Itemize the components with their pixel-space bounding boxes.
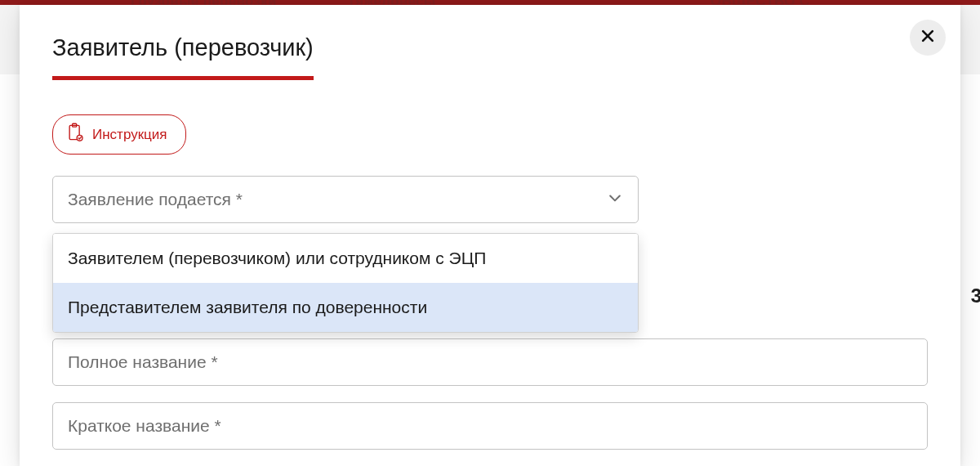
chevron-down-icon xyxy=(607,190,623,209)
full-name-input[interactable] xyxy=(52,338,928,386)
close-button[interactable] xyxy=(910,20,946,56)
application-submitted-by-select[interactable]: Заявление подается * xyxy=(52,176,639,223)
instruction-button[interactable]: Инструкция xyxy=(52,114,186,155)
instruction-label: Инструкция xyxy=(92,127,167,143)
short-name-input[interactable] xyxy=(52,402,928,450)
dropdown-option-applicant[interactable]: Заявителем (перевозчиком) или сотруднико… xyxy=(53,234,638,283)
select-dropdown: Заявителем (перевозчиком) или сотруднико… xyxy=(52,233,639,333)
bg-text-snippet: 3 xyxy=(971,285,980,307)
modal-title: Заявитель (перевозчик) xyxy=(52,34,314,80)
applicant-modal: Заявитель (перевозчик) Инструкция Заявле… xyxy=(20,5,960,466)
clipboard-icon xyxy=(66,123,84,146)
close-icon xyxy=(920,28,936,47)
select-placeholder: Заявление подается * xyxy=(68,190,243,209)
dropdown-option-representative[interactable]: Представителем заявителя по доверенности xyxy=(53,283,638,332)
